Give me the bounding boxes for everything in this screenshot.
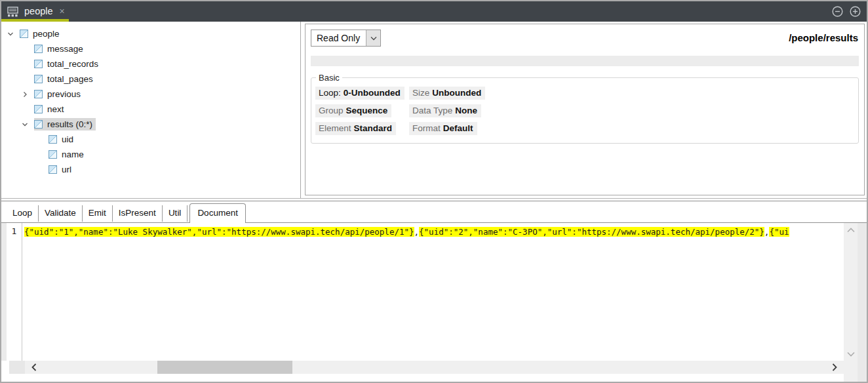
property-loop: Loop:0-Unbounded — [315, 87, 404, 100]
scroll-right-icon[interactable] — [825, 361, 844, 374]
tab-title: people — [24, 6, 53, 18]
circled-minus-icon[interactable] — [832, 6, 843, 17]
property-data-type: Data TypeNone — [409, 104, 481, 117]
chevron-placeholder — [34, 165, 45, 175]
vertical-scrollbar[interactable] — [844, 223, 858, 382]
property-grid: Loop:0-UnboundedSizeUnboundedGroupSequen… — [315, 87, 854, 135]
document-text-line[interactable]: {"uid":"1","name":"Luke Skywalker","url"… — [22, 223, 844, 361]
tree-node-total-records[interactable]: total_records — [1, 56, 300, 71]
property-value: Standard — [354, 123, 393, 133]
tab-loop[interactable]: Loop — [7, 205, 39, 222]
property-label: Format — [412, 123, 441, 133]
horizontal-scrollbar-track[interactable] — [25, 361, 844, 374]
tree-node-name[interactable]: name — [1, 147, 300, 162]
chevron-placeholder — [20, 104, 30, 115]
tab-document[interactable]: Document — [189, 203, 246, 223]
json-object-highlighted: {"uid":"2","name":"C-3PO","url":"https:/… — [419, 227, 764, 237]
app-window: people × peoplemessagetotal_recordstotal… — [0, 0, 868, 383]
horizontal-scrollbar[interactable] — [9, 361, 844, 374]
element-icon — [34, 105, 43, 113]
property-value: Unbounded — [432, 88, 481, 98]
tree-node-core[interactable]: message — [34, 43, 87, 55]
chevron-placeholder — [34, 150, 45, 160]
top-split: peoplemessagetotal_recordstotal_pagespre… — [1, 22, 867, 199]
element-icon — [34, 60, 43, 68]
tree-node-core[interactable]: total_records — [34, 58, 102, 70]
property-value: Sequence — [346, 106, 388, 115]
tree-node-label: total_pages — [47, 74, 93, 84]
tree-node-label: uid — [62, 134, 73, 144]
tree-node-core[interactable]: uid — [49, 133, 77, 146]
chevron-right-icon[interactable] — [20, 89, 30, 100]
line-number-gutter: 1 — [7, 223, 22, 361]
tab-util[interactable]: Util — [163, 205, 188, 222]
tree-node-core[interactable]: results (0:*) — [34, 118, 96, 131]
json-object-highlighted: {"uid":"1","name":"Luke Skywalker","url"… — [24, 227, 414, 237]
tree-node-people[interactable]: people — [1, 26, 300, 41]
horizontal-scrollbar-thumb[interactable] — [157, 361, 292, 374]
scroll-down-icon[interactable] — [847, 352, 855, 357]
property-value: None — [455, 106, 477, 115]
circled-plus-icon[interactable] — [850, 6, 861, 17]
tab-ispresent[interactable]: IsPresent — [113, 205, 163, 222]
chevron-placeholder — [20, 74, 30, 85]
tree-node-label: next — [47, 104, 64, 114]
tree-node-results-0[interactable]: results (0:*) — [1, 117, 300, 132]
basic-group: Basic Loop:0-UnboundedSizeUnboundedGroup… — [311, 73, 859, 144]
element-icon — [49, 165, 57, 174]
tree-node-core[interactable]: name — [49, 148, 87, 161]
property-label: Group — [319, 106, 344, 115]
tree-node-label: total_records — [47, 59, 98, 69]
document-tabbar: people × — [1, 1, 867, 22]
bottom-tabstrip: LoopValidateEmitIsPresentUtilDocument — [1, 201, 867, 223]
tree-node-label: people — [33, 29, 60, 39]
tab-emit[interactable]: Emit — [83, 205, 113, 222]
property-size: SizeUnbounded — [409, 87, 485, 100]
tree-node-core[interactable]: next — [34, 103, 68, 115]
chevron-placeholder — [20, 59, 30, 70]
tree-node-core[interactable]: people — [20, 28, 63, 40]
scroll-up-icon[interactable] — [847, 228, 855, 233]
tab-validate[interactable]: Validate — [39, 205, 83, 222]
document-editor: 1 {"uid":"1","name":"Luke Skywalker","ur… — [1, 223, 867, 382]
line-number: 1 — [12, 226, 17, 236]
editor-right-strip — [858, 223, 867, 382]
view-zoom-controls — [832, 6, 867, 17]
inspector-panel: Read Only /people/results Basic Loop:0-U… — [305, 24, 865, 195]
active-tab-accent — [1, 19, 69, 22]
tree-node-core[interactable]: total_pages — [34, 73, 96, 85]
element-icon — [34, 75, 43, 83]
tree-node-url[interactable]: url — [1, 162, 300, 177]
property-label: Size — [412, 88, 429, 98]
tree-node-core[interactable]: url — [49, 163, 75, 176]
tree-node-label: name — [62, 150, 84, 159]
element-icon — [34, 90, 43, 98]
tree-node-previous[interactable]: previous — [1, 87, 300, 102]
chevron-placeholder — [34, 134, 45, 145]
tree-node-next[interactable]: next — [1, 102, 300, 117]
schema-tree: peoplemessagetotal_recordstotal_pagespre… — [1, 22, 301, 198]
close-icon[interactable]: × — [60, 6, 65, 18]
scroll-left-icon[interactable] — [25, 361, 43, 374]
tree-node-message[interactable]: message — [1, 41, 300, 56]
property-element: ElementStandard — [315, 122, 396, 135]
inspector-wrap: Read Only /people/results Basic Loop:0-U… — [301, 22, 867, 198]
property-label: Loop: — [319, 88, 341, 98]
bottom-panel: LoopValidateEmitIsPresentUtilDocument 1 … — [1, 201, 867, 382]
schema-grid-icon — [7, 7, 18, 17]
chevron-down-icon[interactable] — [5, 29, 16, 39]
tree-node-core[interactable]: previous — [34, 88, 84, 100]
property-format: FormatDefault — [409, 122, 477, 135]
editor-bottom-spacer — [1, 374, 844, 382]
property-label: Element — [319, 123, 351, 133]
chevron-down-icon[interactable] — [20, 119, 30, 130]
chevron-down-icon[interactable] — [366, 30, 380, 46]
mode-select-value: Read Only — [311, 30, 366, 46]
tree-node-uid[interactable]: uid — [1, 132, 300, 147]
mode-select[interactable]: Read Only — [311, 30, 381, 47]
property-group: GroupSequence — [315, 104, 391, 117]
tree-node-label: url — [62, 165, 71, 174]
tree-node-total-pages[interactable]: total_pages — [1, 71, 300, 87]
tree-node-label: previous — [47, 89, 81, 99]
tree-node-label: message — [47, 44, 83, 54]
